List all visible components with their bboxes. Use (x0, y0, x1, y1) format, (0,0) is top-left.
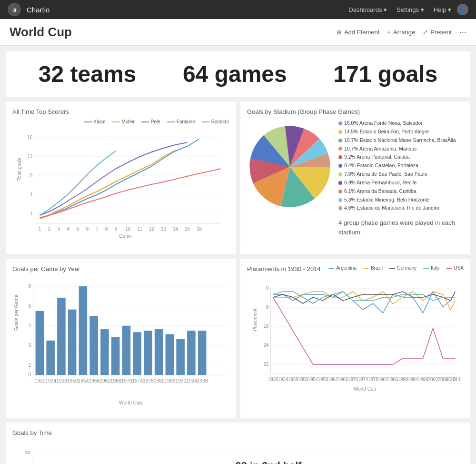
stat-teams: 32 teams (39, 61, 136, 87)
present-icon: ⤢ (423, 29, 428, 36)
pie-legend-area: 16.0% Arena Fonte Nova, Salvador 14.5% E… (338, 119, 464, 237)
placements-title: Placements in 1930 - 2014 (247, 265, 321, 272)
svg-text:1958: 1958 (89, 378, 99, 383)
top-scorers-legend: Klose Muller Pele Fontaine Ronaldo (84, 119, 229, 124)
svg-text:24: 24 (263, 343, 269, 348)
pie-chart-area: 16.0% Arena Fonte Nova, Salvador 14.5% E… (247, 119, 464, 237)
svg-text:2014: 2014 (450, 377, 461, 382)
svg-text:8: 8 (30, 173, 33, 178)
logo-icon[interactable]: ◑ (8, 3, 21, 16)
svg-rect-66 (155, 329, 163, 375)
svg-rect-62 (133, 332, 141, 375)
svg-text:2: 2 (29, 363, 31, 368)
svg-text:1938: 1938 (56, 378, 67, 383)
svg-text:13: 13 (161, 226, 167, 232)
svg-text:1990: 1990 (397, 377, 408, 382)
svg-rect-72 (187, 331, 196, 375)
svg-text:Total goals: Total goals (17, 158, 22, 181)
placements-svg: 0 8 16 24 32 Placement 1930 1934 1938 19… (247, 276, 464, 398)
goals-per-game-svg: 6 5 4 3 2 0 Goals per Game 1930 1934 193… (12, 276, 229, 410)
svg-text:1974: 1974 (132, 378, 143, 383)
svg-text:1970: 1970 (121, 378, 132, 383)
svg-text:0: 0 (29, 372, 31, 377)
svg-rect-56 (100, 329, 109, 375)
svg-text:16: 16 (27, 135, 33, 140)
add-icon: ⊕ (337, 29, 342, 36)
svg-text:1934: 1934 (45, 378, 56, 383)
svg-text:1954: 1954 (78, 378, 89, 383)
pie-legend: 16.0% Arena Fonte Nova, Salvador 14.5% E… (338, 119, 464, 212)
svg-text:1986: 1986 (164, 378, 175, 383)
svg-text:16: 16 (197, 226, 202, 232)
svg-text:20: 20 (25, 450, 30, 455)
nav-help[interactable]: Help ▾ (434, 6, 451, 13)
svg-text:1994: 1994 (186, 378, 197, 383)
more-button[interactable]: ··· (459, 27, 466, 37)
goals-by-stadium-chart: Goals by Stadium (Group Phase Games) (240, 101, 470, 254)
svg-rect-54 (89, 316, 98, 375)
svg-text:4: 4 (29, 323, 31, 328)
dashboard-body: 32 teams 64 games 171 goals All Time Top… (0, 46, 476, 464)
svg-rect-52 (79, 286, 88, 375)
svg-rect-64 (144, 331, 152, 375)
stats-row: 32 teams 64 games 171 goals (6, 51, 470, 97)
svg-text:7: 7 (96, 226, 99, 232)
svg-text:1962: 1962 (99, 378, 110, 383)
svg-rect-70 (176, 339, 185, 375)
arrange-button[interactable]: + Arrange (387, 29, 415, 36)
svg-text:9: 9 (115, 226, 118, 232)
svg-text:1930: 1930 (34, 378, 45, 383)
svg-text:1966: 1966 (110, 378, 121, 383)
svg-text:1966: 1966 (337, 377, 348, 382)
svg-text:0: 0 (266, 285, 269, 291)
svg-text:1998: 1998 (417, 377, 428, 382)
svg-text:5: 5 (77, 226, 79, 232)
goals-by-time-title: Goals by Time (12, 429, 464, 436)
arrange-icon: + (387, 29, 391, 36)
dashboard-actions: ⊕ Add Element + Arrange ⤢ Present ··· (337, 27, 466, 37)
svg-text:98 in 2nd half: 98 in 2nd half (236, 460, 302, 464)
svg-rect-48 (57, 298, 66, 375)
svg-text:14: 14 (173, 226, 178, 232)
svg-rect-60 (122, 326, 131, 375)
svg-text:Placement: Placement (252, 309, 258, 331)
svg-text:8: 8 (266, 304, 269, 310)
user-avatar[interactable]: 👤 (457, 4, 468, 15)
placements-legend: Argentina Brazil Germany Italy USA (328, 265, 464, 271)
nav-settings[interactable]: Settings ▾ (397, 6, 424, 13)
goals-per-game-chart: Goals per Game by Year 6 5 4 3 2 0 Goals… (6, 259, 236, 418)
svg-text:1930: 1930 (268, 377, 278, 382)
stat-games: 64 games (183, 61, 287, 87)
present-button[interactable]: ⤢ Present (423, 29, 452, 36)
pie-note: 4 group phase games were played in each … (338, 218, 464, 237)
svg-rect-58 (111, 337, 120, 375)
svg-text:6: 6 (29, 283, 31, 289)
goals-by-time-chart: Goals by Time 20 16 12 8 4 0 Goals 0-5 (6, 423, 470, 464)
nav-dashboards[interactable]: Dashboards ▾ (348, 6, 387, 13)
svg-text:1950: 1950 (298, 377, 308, 382)
svg-text:World Cup: World Cup (354, 386, 376, 392)
svg-text:2: 2 (48, 226, 51, 232)
svg-text:16: 16 (263, 323, 269, 329)
stat-goals-value: 171 goals (333, 61, 437, 87)
add-element-button[interactable]: ⊕ Add Element (337, 29, 379, 36)
svg-text:10: 10 (125, 226, 131, 232)
svg-text:32: 32 (263, 362, 269, 367)
top-scorers-svg: 16 12 8 4 1 Total goals 1 2 3 4 5 6 7 8 … (12, 128, 229, 242)
svg-text:6: 6 (86, 226, 89, 232)
svg-text:1982: 1982 (377, 377, 388, 382)
svg-text:1994: 1994 (407, 377, 418, 382)
svg-text:1950: 1950 (67, 378, 78, 383)
svg-text:4: 4 (67, 226, 70, 232)
pie-svg (247, 119, 333, 214)
svg-text:12: 12 (27, 154, 33, 159)
goals-per-game-title: Goals per Game by Year (12, 265, 229, 272)
svg-text:1978: 1978 (143, 378, 154, 383)
svg-text:2002: 2002 (427, 377, 438, 382)
svg-rect-50 (68, 310, 77, 375)
svg-text:Goals per Game: Goals per Game (14, 294, 19, 331)
goals-by-stadium-title: Goals by Stadium (Group Phase Games) (247, 108, 464, 115)
svg-text:1: 1 (39, 226, 41, 232)
svg-text:4: 4 (30, 192, 33, 197)
svg-text:1974: 1974 (357, 377, 368, 382)
